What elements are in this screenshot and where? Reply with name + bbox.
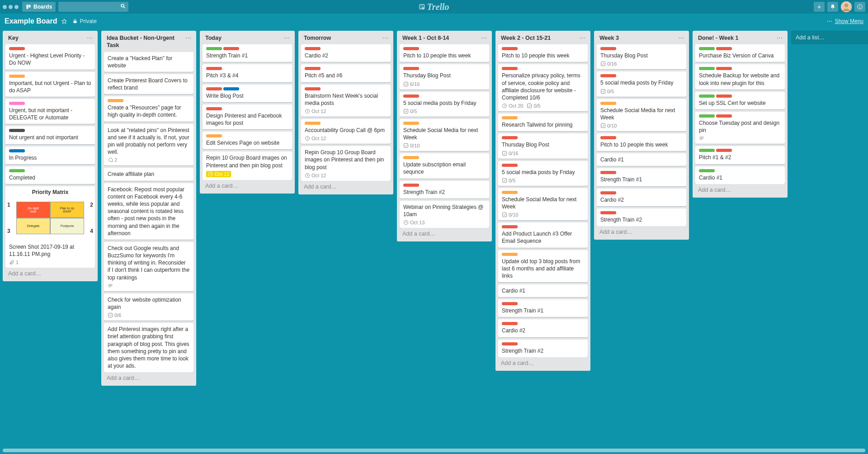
card[interactable]: Pitch to 10 people this week [400, 44, 489, 62]
info-button[interactable] [854, 2, 865, 12]
card[interactable]: Cardio #1 [597, 153, 686, 166]
card[interactable]: Brainstorm Next Week's social media post… [301, 85, 391, 117]
card[interactable]: Create a "Hacked Plan" for website [104, 52, 193, 72]
card[interactable]: Strength Train #1 [597, 168, 686, 186]
card[interactable]: Cardio #2 [301, 44, 391, 62]
list-title[interactable]: Tomorrow [304, 34, 331, 42]
card[interactable]: Create affiliate plan [104, 168, 193, 180]
list-title[interactable]: Key [8, 34, 19, 42]
card[interactable]: Set up SSL Cert for website [695, 92, 785, 109]
close-window[interactable] [3, 5, 7, 9]
add-card-button[interactable]: Add a card… [202, 180, 293, 192]
minimize-window[interactable] [9, 5, 13, 9]
card[interactable]: Strength Train #1 [498, 299, 588, 317]
card[interactable]: Strength Train #1 [203, 44, 292, 62]
card[interactable]: Cardio #2 [498, 319, 588, 337]
list-title[interactable]: Week 3 [599, 34, 619, 42]
show-menu-button[interactable]: Show Menu [835, 18, 863, 24]
card[interactable]: Pitch #5 and #6 [301, 64, 391, 82]
card[interactable]: Update old top 3 blog posts from last 6 … [498, 250, 588, 283]
card[interactable]: Completed [5, 166, 95, 184]
card[interactable]: Check for website optimization again0/6 [104, 293, 193, 321]
list-menu-icon[interactable]: ⋯ [580, 34, 586, 41]
card[interactable]: Cardio #2 [597, 189, 686, 206]
card[interactable]: Update subscription email sequnce [400, 153, 489, 178]
add-card-button[interactable]: Add a card… [694, 184, 786, 196]
card[interactable]: Purchase Biz Version of Canva [695, 44, 785, 62]
list-title[interactable]: Idea Bucket - Non-Urgent Task [107, 34, 185, 49]
card[interactable]: Design Pinterest and Facebook images for… [203, 104, 292, 129]
scrollbar-thumb[interactable] [3, 449, 865, 452]
card[interactable]: Cardio #1 [695, 166, 785, 184]
card[interactable]: Repin Group 10 Group Board images on Pin… [301, 146, 391, 181]
card[interactable]: Add Pinterest images right after a brief… [104, 323, 193, 372]
add-card-button[interactable]: Add a card… [596, 226, 687, 238]
card[interactable]: Thursday Blog Post6/16 [400, 64, 489, 89]
card[interactable]: Research Tailwind for pinning [498, 114, 588, 131]
card[interactable]: 5 social media posts by Friday0/5 [400, 92, 489, 117]
card[interactable]: Thursday Blog Post0/16 [498, 133, 588, 158]
add-list-button[interactable]: Add a list… [791, 31, 868, 44]
board-title[interactable]: Example Board [5, 17, 57, 25]
card[interactable]: Write Blog Post [203, 85, 292, 102]
card[interactable]: 5 social media posts by Friday0/5 [597, 71, 686, 96]
privacy-button[interactable]: Private [72, 18, 96, 24]
card[interactable]: Accountability Group Call @ 6pmOct 12 [301, 119, 391, 144]
list-menu-icon[interactable]: ⋯ [185, 34, 192, 41]
card[interactable]: Not urgent and not important [5, 126, 95, 144]
list-title[interactable]: Done! - Week 1 [698, 34, 738, 42]
card[interactable]: Strength Train #2 [400, 181, 489, 199]
card[interactable]: Urgent, but not important - DELEGATE or … [5, 99, 95, 124]
horizontal-scrollbar[interactable] [3, 449, 865, 452]
card[interactable]: Facebook: Repost most popular content on… [104, 183, 193, 240]
card[interactable]: Schedule Backup for website and look int… [695, 64, 785, 89]
card[interactable]: Priority Matrix1234Do rightnowPlan to do… [5, 186, 95, 268]
list-menu-icon[interactable]: ⋯ [481, 34, 487, 41]
card[interactable]: Schedule Social Media for next Week0/10 [498, 188, 588, 220]
card[interactable]: Pitch #3 & #4 [203, 64, 292, 82]
add-card-button[interactable]: Add a card… [300, 181, 392, 193]
list-menu-icon[interactable]: ⋯ [678, 34, 684, 41]
card[interactable]: Personalize privacy policy, terms of ser… [498, 64, 588, 111]
add-card-button[interactable]: Add a card… [399, 228, 490, 240]
card[interactable]: Edit Services Page on website [203, 132, 292, 149]
list-menu-icon[interactable]: ⋯ [87, 34, 93, 41]
card[interactable]: Pitch #1 & #2 [695, 146, 785, 164]
list-title[interactable]: Week 2 - Oct 15-21 [501, 34, 551, 42]
maximize-window[interactable] [14, 5, 19, 9]
user-avatar[interactable] [841, 1, 852, 12]
notifications-button[interactable] [827, 2, 838, 12]
card[interactable]: Strength Train #2 [597, 208, 686, 226]
card[interactable]: 5 social media posts by Friday0/5 [498, 161, 588, 186]
list-menu-icon[interactable]: ⋯ [777, 34, 783, 41]
create-button[interactable]: + [814, 2, 825, 12]
list-title[interactable]: Today [205, 34, 222, 42]
card[interactable]: Pitch to 10 people this week [498, 44, 588, 62]
card[interactable]: Repin 10 Group Board images on Pinterest… [203, 151, 292, 180]
list-menu-icon[interactable]: ⋯ [284, 34, 290, 41]
add-card-button[interactable]: Add a card… [497, 357, 589, 369]
card[interactable]: Look at "related pins" on Pinterest and … [104, 124, 193, 166]
card[interactable]: Urgent - Highest Level Priority - Do NOW [5, 44, 95, 69]
search-input[interactable] [58, 2, 128, 12]
card[interactable]: Add Product Launch #3 Offer Email Sequen… [498, 222, 588, 247]
card[interactable]: Thursday Blog Post0/16 [597, 44, 686, 69]
card[interactable]: Cardio #1 [498, 284, 588, 297]
add-card-button[interactable]: Add a card… [5, 268, 96, 279]
card[interactable]: Important, but not Urgent - Plan to do A… [5, 72, 95, 97]
star-button[interactable] [61, 19, 67, 24]
card[interactable]: Strength Train #2 [498, 340, 588, 357]
add-card-button[interactable]: Add a card… [103, 372, 194, 384]
card[interactable]: Create Pinterest Board Covers to reflect… [104, 74, 193, 94]
boards-button[interactable]: Boards [22, 2, 56, 12]
list-title[interactable]: Week 1 - Oct 8-14 [402, 34, 449, 42]
card[interactable]: Webinar on Pinning Strategies @ 10amOct … [400, 201, 489, 228]
card[interactable]: Check out Google results and BuzzSumo fo… [104, 242, 193, 291]
card[interactable]: Choose Tuesday post and design pin [695, 112, 785, 144]
card[interactable]: In Progress [5, 147, 95, 164]
card[interactable]: Schedule Social Media for next Week0/10 [597, 99, 686, 131]
card[interactable]: Schedule Social Media for next Week0/10 [400, 119, 489, 151]
list-menu-icon[interactable]: ⋯ [382, 34, 389, 41]
card[interactable]: Create a "Resources" page for high quali… [104, 96, 193, 121]
card[interactable]: Pitch to 10 people this week [597, 133, 686, 151]
